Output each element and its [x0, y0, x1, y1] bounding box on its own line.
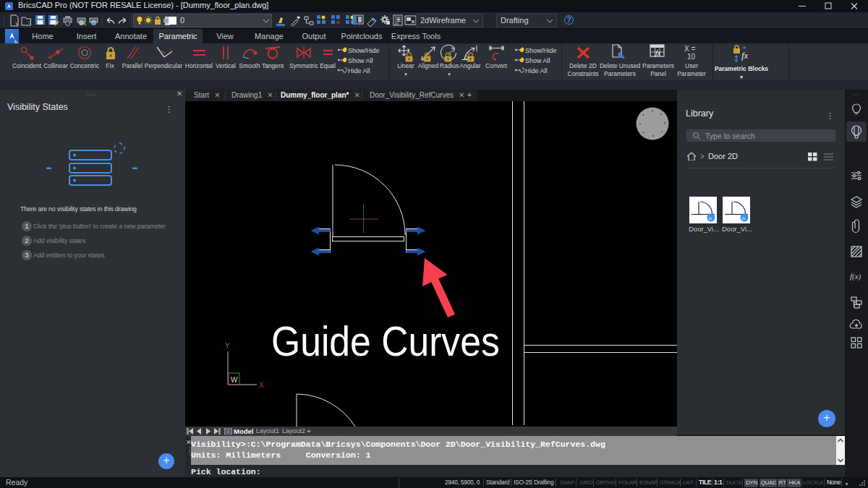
svg-text:10: 10 [687, 53, 696, 61]
svg-text:W: W [231, 376, 238, 384]
svg-text:X: X [259, 381, 264, 389]
svg-text:X =: X = [684, 45, 695, 53]
svg-text:fx: fx [655, 49, 661, 57]
svg-text:fx: fx [741, 50, 749, 61]
svg-text:fx: fx [742, 215, 746, 221]
svg-text:Y: Y [225, 342, 230, 350]
svg-text:fx: fx [709, 215, 712, 221]
svg-text:f(x): f(x) [850, 272, 861, 281]
